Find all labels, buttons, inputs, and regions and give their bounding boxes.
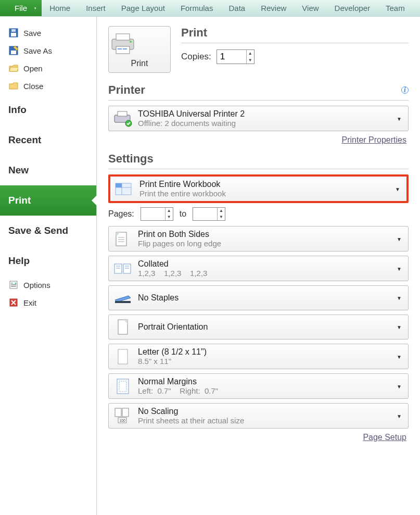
pages-to-input[interactable] — [193, 208, 217, 219]
svg-rect-1 — [11, 33, 16, 36]
sides-sub: Flip pages on long edge — [138, 239, 221, 248]
tab-team[interactable]: Team — [378, 0, 413, 16]
tab-review[interactable]: Review — [253, 0, 294, 16]
svg-rect-14 — [118, 48, 122, 49]
sidebar-label: Exit — [23, 298, 36, 307]
chevron-down-icon: ▼ — [397, 354, 402, 359]
printer-dropdown[interactable]: TOSHIBA Universal Printer 2 Offline: 2 d… — [108, 106, 409, 131]
sidebar-save-as[interactable]: Save As — [0, 42, 96, 59]
chevron-down-icon: ▼ — [395, 186, 400, 192]
settings-collate-dropdown[interactable]: Collated 1,2,3 1,2,3 1,2,3 ▼ — [108, 256, 409, 281]
sidebar-open[interactable]: Open — [0, 59, 96, 77]
pages-to-label: to — [180, 209, 186, 219]
spinner-up-icon[interactable]: ▲ — [247, 50, 254, 57]
ribbon: File Home Insert Page Layout Formulas Da… — [0, 0, 420, 17]
info-icon[interactable]: i — [401, 86, 409, 94]
file-tab-label: File — [15, 4, 27, 12]
settings-print-what-dropdown[interactable]: Print Entire Workbook Print the entire w… — [108, 174, 409, 203]
paper-size-icon — [113, 348, 133, 366]
collate-sub: 1,2,3 1,2,3 1,2,3 — [138, 269, 207, 278]
sidebar-print[interactable]: Print — [0, 185, 96, 216]
printer-properties-link[interactable]: Printer Properties — [342, 135, 407, 144]
tab-insert[interactable]: Insert — [78, 0, 113, 16]
sidebar-options[interactable]: Options — [0, 276, 96, 294]
pages-from-spinner[interactable]: ▲▼ — [141, 207, 173, 221]
svg-rect-2 — [11, 29, 16, 32]
svg-point-9 — [15, 283, 17, 284]
svg-text:100: 100 — [119, 419, 125, 422]
copies-label: Copies: — [181, 52, 211, 62]
sidebar-save[interactable]: Save — [0, 24, 96, 42]
tab-home[interactable]: Home — [42, 0, 78, 16]
page-setup-link[interactable]: Page Setup — [363, 433, 406, 442]
copies-spinner[interactable]: ▲ ▼ — [217, 49, 254, 64]
spinner-down-icon[interactable]: ▼ — [247, 57, 254, 64]
sidebar-recent[interactable]: Recent — [0, 125, 96, 155]
settings-heading: Settings — [108, 152, 409, 169]
settings-paper-dropdown[interactable]: Letter (8 1/2 x 11") 8.5" x 11" ▼ — [108, 344, 409, 369]
settings-sides-dropdown[interactable]: Print on Both Sides Flip pages on long e… — [108, 226, 409, 252]
spinner-down-icon[interactable]: ▼ — [166, 214, 173, 220]
pages-to-spinner[interactable]: ▲▼ — [193, 207, 225, 221]
chevron-down-icon: ▼ — [397, 295, 402, 301]
sidebar-exit[interactable]: Exit — [0, 294, 96, 311]
folder-open-icon — [8, 63, 19, 73]
pages-label: Pages: — [108, 209, 134, 219]
svg-rect-4 — [11, 51, 16, 54]
printer-heading: Printer i — [108, 83, 409, 101]
settings-orientation-dropdown[interactable]: Portrait Orientation ▼ — [108, 315, 409, 340]
sidebar-save-send[interactable]: Save & Send — [0, 216, 96, 246]
paper-title: Letter (8 1/2 x 11") — [138, 347, 207, 357]
margins-icon — [113, 378, 133, 395]
print-header-row: Print Print Copies: ▲ ▼ — [108, 26, 409, 73]
pages-from-input[interactable] — [141, 208, 165, 219]
svg-rect-6 — [11, 283, 13, 284]
sidebar-label: Close — [23, 82, 43, 91]
chevron-down-icon: ▼ — [397, 383, 402, 389]
chevron-down-icon: ▼ — [397, 413, 402, 419]
svg-point-16 — [130, 41, 132, 43]
svg-rect-40 — [122, 408, 129, 417]
save-as-icon — [8, 45, 19, 56]
save-icon — [8, 28, 19, 38]
sidebar-help[interactable]: Help — [0, 246, 96, 276]
collate-icon — [113, 260, 133, 278]
sidebar-new[interactable]: New — [0, 155, 96, 185]
margins-sub: Left: 0.7" Right: 0.7" — [138, 386, 218, 395]
main: Save Save As Open Close Info Recent New … — [0, 17, 420, 515]
file-tab[interactable]: File — [0, 0, 42, 16]
spinner-up-icon[interactable]: ▲ — [218, 208, 225, 214]
options-icon — [8, 280, 19, 290]
tab-formulas[interactable]: Formulas — [173, 0, 221, 16]
svg-rect-18 — [118, 111, 127, 116]
spinner-down-icon[interactable]: ▼ — [218, 214, 225, 220]
chevron-down-icon: ▼ — [397, 324, 402, 330]
svg-rect-8 — [11, 286, 16, 287]
chevron-down-icon: ▼ — [397, 116, 402, 121]
content-pane: Print Print Copies: ▲ ▼ Printer — [97, 17, 420, 515]
tab-developer[interactable]: Developer — [327, 0, 378, 16]
workbook-icon — [114, 180, 134, 198]
tab-view[interactable]: View — [294, 0, 326, 16]
sidebar-label: Save — [23, 29, 41, 37]
chevron-down-icon: ▼ — [397, 266, 402, 271]
tab-data[interactable]: Data — [221, 0, 253, 16]
collate-title: Collated — [138, 259, 207, 269]
orientation-title: Portrait Orientation — [138, 322, 208, 332]
spinner-up-icon[interactable]: ▲ — [166, 208, 173, 214]
settings-staples-dropdown[interactable]: No Staples ▼ — [108, 285, 409, 310]
svg-rect-12 — [116, 34, 130, 40]
portrait-icon — [113, 318, 133, 336]
staples-title: No Staples — [138, 293, 179, 303]
sidebar-info[interactable]: Info — [0, 95, 96, 125]
settings-scaling-dropdown[interactable]: 100 No Scaling Print sheets at their act… — [108, 403, 409, 429]
stapler-icon — [113, 289, 133, 307]
copies-input[interactable] — [217, 50, 246, 64]
print-button[interactable]: Print — [108, 26, 171, 73]
printer-device-icon — [113, 110, 133, 128]
sidebar-close[interactable]: Close — [0, 77, 96, 95]
svg-rect-29 — [123, 264, 131, 273]
settings-margins-dropdown[interactable]: Normal Margins Left: 0.7" Right: 0.7" ▼ — [108, 373, 409, 399]
print-what-sub: Print the entire workbook — [139, 189, 226, 198]
tab-page-layout[interactable]: Page Layout — [113, 0, 173, 16]
